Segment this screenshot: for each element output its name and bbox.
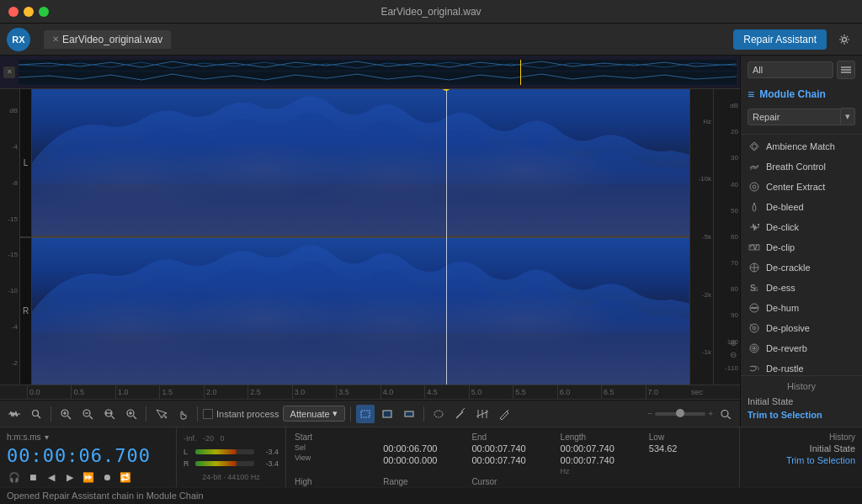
mini-close-btn[interactable]: ✕ bbox=[3, 66, 15, 78]
stop-btn[interactable]: ⏹ bbox=[25, 470, 40, 485]
module-chain-icon: ≡ bbox=[748, 88, 754, 101]
eq-match-btn[interactable] bbox=[473, 405, 492, 423]
zoom-minus-icon[interactable]: − bbox=[647, 409, 652, 418]
play-btn[interactable]: ▶ bbox=[62, 470, 77, 485]
breath-control-label: Breath Control bbox=[766, 162, 855, 172]
zoom-fit-btn[interactable] bbox=[716, 405, 735, 423]
time-format-arrow[interactable]: ▾ bbox=[45, 432, 49, 442]
tab-close-icon[interactable]: ✕ bbox=[52, 34, 59, 44]
svg-point-36 bbox=[750, 183, 758, 191]
magic-wand-btn[interactable] bbox=[451, 405, 470, 423]
time-unit-label: Hz bbox=[561, 467, 642, 475]
zoom-in-icon[interactable]: ⊕ bbox=[730, 338, 737, 347]
svg-line-23 bbox=[456, 411, 463, 418]
settings-icon-button[interactable] bbox=[833, 29, 855, 50]
module-item-de-hum[interactable]: De-hum bbox=[741, 298, 862, 318]
module-item-de-click[interactable]: De-click bbox=[741, 217, 862, 237]
spectrogram-main[interactable] bbox=[32, 89, 689, 385]
level-fill-r bbox=[195, 461, 237, 466]
waveform-view-btn[interactable] bbox=[5, 405, 24, 423]
close-button[interactable] bbox=[8, 7, 19, 17]
module-item-center-extract[interactable]: Center Extract bbox=[741, 177, 862, 197]
zoom-fit-icon bbox=[720, 409, 732, 419]
module-item-de-plosive[interactable]: De-plosive bbox=[741, 318, 862, 338]
time-select-btn[interactable] bbox=[378, 405, 396, 423]
zoom-out-h-btn[interactable] bbox=[78, 405, 97, 423]
rewind-btn[interactable]: ◀ bbox=[44, 470, 59, 485]
record-btn[interactable]: ⏺ bbox=[99, 470, 114, 485]
svg-rect-20 bbox=[383, 411, 391, 417]
file-tab[interactable]: ✕ EarVideo_original.wav bbox=[44, 30, 171, 49]
sel-range-header: Range bbox=[383, 477, 465, 486]
history-panel: History Initial State Trim to Selection bbox=[740, 427, 862, 487]
attenuate-dropdown-icon: ▾ bbox=[333, 408, 338, 419]
de-rustle-icon bbox=[748, 362, 761, 375]
zoom-full-btn[interactable] bbox=[100, 405, 119, 423]
forward-btn[interactable]: ⏩ bbox=[81, 470, 96, 485]
attenuate-button[interactable]: Attenuate ▾ bbox=[283, 406, 345, 422]
zoom-out-icon[interactable]: ⊖ bbox=[730, 350, 737, 359]
svg-point-0 bbox=[843, 37, 847, 41]
sel-end-header: End bbox=[471, 432, 553, 442]
zoom-selection-btn[interactable] bbox=[122, 405, 141, 423]
loop-btn[interactable]: 🔁 bbox=[118, 470, 133, 485]
transport-controls: 🎧 ⏹ ◀ ▶ ⏩ ⏺ 🔁 bbox=[7, 470, 169, 485]
de-ess-label: De-ess bbox=[766, 283, 855, 293]
filter-all-select[interactable]: All bbox=[748, 61, 833, 78]
history-item-trim[interactable]: Trim to Selection bbox=[748, 408, 855, 422]
zoom-plus-icon[interactable]: + bbox=[708, 409, 713, 418]
pencil-icon bbox=[498, 408, 510, 420]
instant-process-checkbox[interactable] bbox=[203, 409, 213, 419]
time-tick-6: 3.0 bbox=[292, 385, 336, 399]
svg-line-7 bbox=[68, 416, 72, 419]
de-plosive-label: De-plosive bbox=[766, 323, 855, 333]
spectrogram-channel-r[interactable] bbox=[32, 238, 689, 385]
module-item-de-ess[interactable]: S S De-ess bbox=[741, 278, 862, 298]
db-scale-left: dB -4 -8 -15 -15 -10 -4 -2 bbox=[0, 89, 20, 385]
headphones-btn[interactable]: 🎧 bbox=[7, 470, 22, 485]
de-reverb-label: De-reverb bbox=[766, 343, 855, 353]
module-item-de-clip[interactable]: De-clip bbox=[741, 237, 862, 257]
svg-line-32 bbox=[728, 416, 732, 419]
status-message-bar: Opened Repair Assistant chain in Module … bbox=[0, 487, 862, 504]
main-content: ✕ bbox=[0, 56, 862, 427]
time-tick-7: 3.5 bbox=[336, 385, 380, 399]
maximize-button[interactable] bbox=[39, 7, 49, 17]
right-panel-top: All ≡ Module Chain bbox=[741, 56, 862, 135]
mini-wave-canvas[interactable] bbox=[19, 60, 737, 85]
category-dropdown-arrow[interactable]: ▾ bbox=[841, 108, 855, 125]
time-ruler: 0.0 0.5 1.0 1.5 2.0 2.5 3.0 3.5 4.0 4.5 … bbox=[0, 385, 740, 400]
spectrogram-container[interactable]: dB -4 -8 -15 -15 -10 -4 -2 L R bbox=[0, 89, 740, 385]
ambience-match-label: Ambience Match bbox=[766, 141, 855, 151]
attenuate-label: Attenuate bbox=[290, 409, 330, 419]
pencil-tool-btn[interactable] bbox=[495, 405, 513, 423]
category-select[interactable]: Repair bbox=[748, 109, 841, 125]
history-entry-initial[interactable]: Initial State bbox=[747, 443, 855, 454]
module-item-breath-control[interactable]: Breath Control bbox=[741, 157, 862, 177]
freq-select-btn[interactable] bbox=[400, 405, 418, 423]
module-item-de-reverb[interactable]: De-reverb bbox=[741, 338, 862, 358]
module-item-de-crackle[interactable]: De-crackle bbox=[741, 257, 862, 278]
rect-select-btn[interactable] bbox=[356, 405, 375, 423]
history-entry-trim[interactable]: Trim to Selection bbox=[747, 455, 855, 465]
repair-assistant-button[interactable]: Repair Assistant bbox=[733, 29, 827, 50]
waveform-area: ✕ bbox=[0, 56, 740, 427]
minimize-button[interactable] bbox=[24, 7, 34, 17]
pointer-tool-btn[interactable] bbox=[152, 405, 170, 423]
status-bar: h:m:s.ms ▾ 00:00:06.700 🎧 ⏹ ◀ ▶ ⏩ ⏺ 🔁 -I… bbox=[0, 427, 862, 487]
separator-4 bbox=[350, 406, 351, 422]
menu-icon-button[interactable] bbox=[837, 61, 855, 79]
db-scale-right: dB 20 30 40 50 60 70 80 90 100 -110 ⊕ ⊖ bbox=[713, 89, 740, 385]
history-item-initial[interactable]: Initial State bbox=[748, 395, 855, 408]
zoom-in-h-btn[interactable] bbox=[56, 405, 75, 423]
hand-tool-btn[interactable] bbox=[173, 405, 192, 423]
zoom-controls-right: ⊕ ⊖ bbox=[730, 338, 737, 359]
ambience-match-icon bbox=[748, 140, 761, 153]
zoom-slider-btn[interactable] bbox=[27, 405, 45, 423]
zoom-slider[interactable] bbox=[655, 412, 705, 416]
spectrogram-channel-l[interactable] bbox=[32, 89, 689, 238]
module-item-de-rustle[interactable]: De-rustle bbox=[741, 358, 862, 375]
module-item-de-bleed[interactable]: De-bleed bbox=[741, 197, 862, 217]
module-item-ambience-match[interactable]: Ambience Match bbox=[741, 136, 862, 157]
lasso-tool-btn[interactable] bbox=[429, 405, 448, 423]
